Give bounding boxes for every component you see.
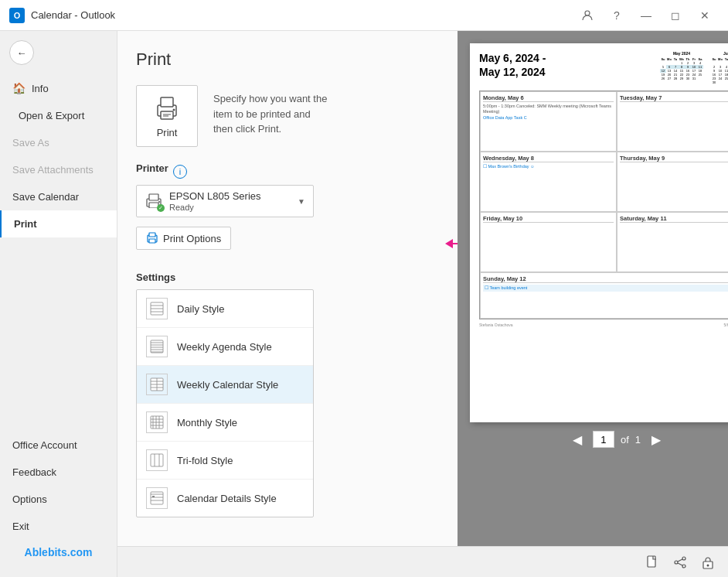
sidebar-item-feedback[interactable]: Feedback bbox=[0, 459, 117, 486]
monthly-style-label: Monthly Style bbox=[177, 417, 237, 428]
profile-button[interactable] bbox=[573, 4, 601, 27]
svg-rect-2 bbox=[161, 97, 173, 107]
settings-calendar-details-style[interactable]: Calendar Details Style bbox=[137, 480, 313, 517]
weekly-agenda-label: Weekly Agenda Style bbox=[177, 341, 272, 353]
printer-status-icon: ✓ bbox=[157, 204, 165, 212]
sidebar-item-save-attachments: Save Attachments bbox=[0, 156, 117, 183]
preview-tuesday: Tuesday, May 7 bbox=[617, 91, 728, 152]
sidebar-nav: 🏠 Info Open & Export Save As Save Attach… bbox=[0, 74, 117, 432]
minimize-button[interactable]: — bbox=[632, 4, 660, 27]
print-options-button[interactable]: Print Options bbox=[136, 227, 231, 250]
svg-line-49 bbox=[678, 563, 682, 565]
svg-rect-43 bbox=[152, 496, 155, 497]
weekly-agenda-icon bbox=[146, 336, 168, 357]
june-mini-calendar: June 2024 Su Mo Tu We Th Fr Sa bbox=[711, 51, 728, 84]
svg-point-47 bbox=[682, 565, 685, 568]
svg-point-10 bbox=[158, 201, 160, 203]
back-button[interactable]: ← bbox=[9, 40, 34, 65]
watermark: Ablebits.com bbox=[0, 540, 117, 565]
preview-footer: Stefania Ostachova 5/6/2024 5:41 PM bbox=[479, 323, 728, 327]
svg-point-0 bbox=[585, 11, 590, 15]
printer-row: ✓ EPSON L805 Series Ready ▼ bbox=[136, 185, 442, 217]
svg-rect-36 bbox=[151, 454, 163, 466]
preview-panel: May 6, 2024 - May 12, 2024 May 2024 Su M… bbox=[458, 31, 728, 546]
print-options-label: Print Options bbox=[163, 233, 221, 244]
settings-trifold-style[interactable]: Tri-fold Style bbox=[137, 442, 313, 480]
restore-button[interactable]: ◻ bbox=[662, 4, 689, 27]
settings-weekly-agenda-style[interactable]: Weekly Agenda Style bbox=[137, 328, 313, 366]
settings-monthly-style[interactable]: Monthly Style bbox=[137, 404, 313, 442]
preview-nav: ◀ of 1 ▶ bbox=[568, 430, 665, 449]
sidebar-item-exit[interactable]: Exit bbox=[0, 513, 117, 540]
settings-label: Settings bbox=[136, 271, 442, 283]
svg-rect-12 bbox=[149, 233, 155, 237]
info-icon[interactable]: i bbox=[173, 165, 187, 179]
weekly-calendar-icon bbox=[146, 374, 168, 395]
preview-friday: Friday, May 10 bbox=[480, 212, 617, 272]
bottom-bar bbox=[117, 546, 728, 577]
print-button[interactable]: Print bbox=[136, 85, 198, 147]
calendar-details-label: Calendar Details Style bbox=[177, 493, 277, 504]
left-panel: Print Print bbox=[117, 31, 458, 546]
settings-daily-style[interactable]: Daily Style bbox=[137, 290, 313, 328]
prev-page-button[interactable]: ◀ bbox=[568, 430, 587, 449]
may-mini-calendar: May 2024 Su Mo Tu We Th Fr Sa bbox=[660, 51, 703, 84]
home-icon: 🏠 bbox=[12, 82, 26, 94]
preview-wednesday: Wednesday, May 8 ☐ Max Brown's Birthday … bbox=[480, 152, 617, 212]
page-total: 1 bbox=[635, 434, 641, 446]
app-icon: O bbox=[9, 8, 25, 23]
sidebar-item-open-export[interactable]: Open & Export bbox=[0, 102, 117, 129]
bottom-icon-lock[interactable] bbox=[697, 551, 719, 573]
print-top-section: Print Specify how you want the item to b… bbox=[136, 85, 442, 147]
sidebar-item-options[interactable]: Options bbox=[0, 486, 117, 513]
settings-weekly-calendar-style[interactable]: Weekly Calendar Style bbox=[137, 366, 313, 404]
bottom-icon-doc[interactable] bbox=[641, 551, 663, 573]
svg-point-4 bbox=[173, 108, 175, 111]
dropdown-arrow: ▼ bbox=[298, 197, 305, 206]
svg-rect-39 bbox=[151, 492, 163, 504]
settings-section: Settings Daily Style bbox=[136, 271, 442, 517]
print-description: Specify how you want the item to be prin… bbox=[213, 85, 327, 137]
preview-monday: Monday, May 6 5:00pm - 1:30pm Canceled: … bbox=[480, 91, 617, 152]
daily-style-label: Daily Style bbox=[177, 303, 224, 315]
printer-label: Printer bbox=[136, 162, 168, 174]
sidebar-item-print[interactable]: Print bbox=[0, 210, 117, 237]
print-options-icon bbox=[146, 232, 158, 244]
sidebar-item-info[interactable]: 🏠 Info bbox=[0, 74, 117, 102]
page-number-input[interactable] bbox=[593, 431, 614, 448]
trifold-label: Tri-fold Style bbox=[177, 455, 233, 466]
trifold-icon bbox=[146, 449, 168, 471]
preview-page: May 6, 2024 - May 12, 2024 May 2024 Su M… bbox=[470, 43, 728, 422]
svg-line-48 bbox=[678, 559, 682, 562]
printer-section: Printer i bbox=[136, 162, 442, 217]
sidebar-item-save-as: Save As bbox=[0, 129, 117, 156]
settings-list: Daily Style bbox=[136, 289, 314, 517]
daily-icon bbox=[146, 298, 168, 319]
svg-rect-18 bbox=[151, 340, 163, 353]
preview-thursday: Thursday, May 9 bbox=[617, 152, 728, 212]
printer-select[interactable]: ✓ EPSON L805 Series Ready ▼ bbox=[136, 185, 314, 217]
weekly-calendar-label: Weekly Calendar Style bbox=[177, 379, 278, 391]
bottom-icon-share[interactable] bbox=[669, 551, 691, 573]
app-title: Calendar - Outlook bbox=[31, 9, 573, 21]
printer-icon bbox=[153, 94, 181, 122]
svg-point-46 bbox=[675, 561, 678, 564]
preview-cal-title: May 6, 2024 - May 12, 2024 bbox=[479, 51, 546, 79]
next-page-button[interactable]: ▶ bbox=[647, 430, 665, 449]
close-button[interactable]: ✕ bbox=[691, 4, 719, 27]
sidebar-item-office-account[interactable]: Office Account bbox=[0, 432, 117, 459]
sidebar: ← 🏠 Info Open & Export Save As Save Atta… bbox=[0, 31, 117, 577]
svg-point-45 bbox=[682, 557, 685, 560]
sidebar-item-save-calendar[interactable]: Save Calendar bbox=[0, 183, 117, 210]
printer-info: EPSON L805 Series Ready bbox=[169, 190, 261, 212]
page-of-label: of bbox=[621, 434, 629, 446]
sidebar-bottom: Office Account Feedback Options Exit Abl… bbox=[0, 432, 117, 577]
svg-rect-13 bbox=[149, 239, 155, 243]
page-title: Print bbox=[136, 50, 442, 70]
main-layout: ← 🏠 Info Open & Export Save As Save Atta… bbox=[0, 31, 728, 577]
svg-rect-44 bbox=[648, 556, 655, 567]
monthly-icon bbox=[146, 411, 168, 433]
printer-icon-area: ✓ bbox=[145, 193, 163, 210]
help-button[interactable]: ? bbox=[603, 4, 631, 27]
calendar-details-icon bbox=[146, 487, 168, 509]
